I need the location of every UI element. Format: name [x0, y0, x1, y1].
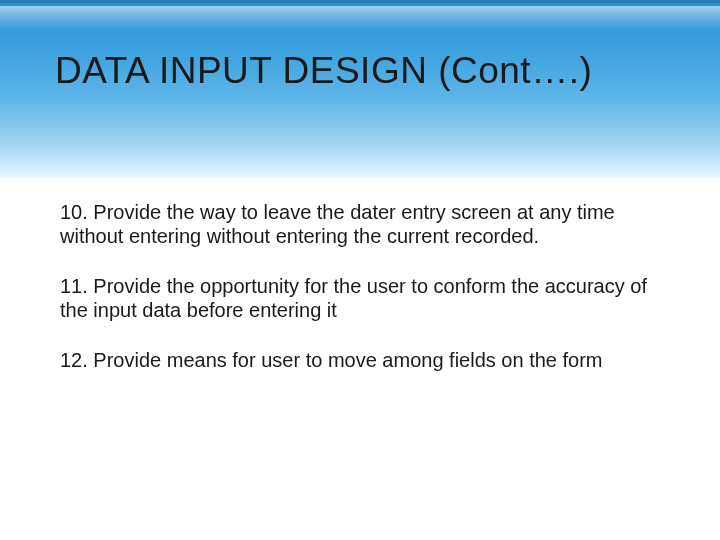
- ribbon-highlight: [0, 6, 720, 30]
- body-paragraph: 10. Provide the way to leave the dater e…: [60, 200, 660, 248]
- slide-body: 10. Provide the way to leave the dater e…: [60, 200, 660, 398]
- body-paragraph: 12. Provide means for user to move among…: [60, 348, 660, 372]
- slide-title: DATA INPUT DESIGN (Cont….): [55, 51, 675, 92]
- slide: DATA INPUT DESIGN (Cont….) 10. Provide t…: [0, 0, 720, 540]
- body-paragraph: 11. Provide the opportunity for the user…: [60, 274, 660, 322]
- title-ribbon: DATA INPUT DESIGN (Cont….): [0, 0, 720, 178]
